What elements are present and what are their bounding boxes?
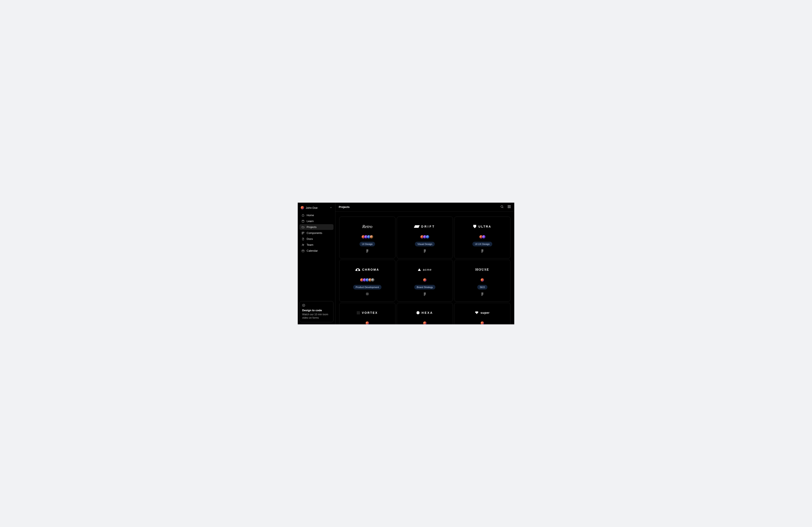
team-icon bbox=[302, 243, 304, 246]
member-avatars bbox=[480, 321, 484, 325]
project-card-super[interactable]: super bbox=[454, 303, 510, 325]
projects-grid: Retro UI Design DRIFT Visual Design ULTR… bbox=[339, 216, 510, 325]
project-card-acme[interactable]: acme Brand Strategy bbox=[397, 260, 453, 302]
projects-grid-wrap: Retro UI Design DRIFT Visual Design ULTR… bbox=[335, 212, 514, 325]
sidebar-item-home[interactable]: Home bbox=[300, 212, 333, 218]
svg-point-28 bbox=[425, 251, 426, 252]
project-logo: VORTEX bbox=[342, 306, 393, 319]
project-tag: UI Design bbox=[360, 242, 375, 246]
project-logo: CHROMA bbox=[342, 263, 393, 276]
svg-rect-18 bbox=[508, 207, 509, 208]
svg-marker-13 bbox=[303, 305, 304, 306]
member-avatar bbox=[480, 278, 484, 282]
home-icon bbox=[302, 214, 304, 217]
sidebar-item-label: Learn bbox=[307, 220, 314, 223]
main: Projects Retro UI Design bbox=[335, 202, 514, 325]
book-icon bbox=[302, 220, 304, 223]
member-avatars bbox=[479, 235, 486, 239]
sidebar-item-projects[interactable]: Projects bbox=[300, 224, 333, 230]
svg-point-48 bbox=[482, 294, 483, 295]
project-name: HOUSE bbox=[475, 268, 489, 272]
sidebar-item-learn[interactable]: Learn bbox=[300, 218, 333, 224]
calendar-icon bbox=[302, 249, 304, 252]
project-logo: HOUSE bbox=[457, 263, 508, 276]
project-card-vortex[interactable]: VORTEX bbox=[339, 303, 395, 325]
sidebar-item-calendar[interactable]: Calendar bbox=[300, 248, 333, 254]
svg-point-49 bbox=[481, 295, 482, 296]
grid-icon bbox=[508, 205, 511, 208]
project-card-ultra[interactable]: ULTRA UI UX Design bbox=[454, 216, 510, 258]
project-logo: Retro bbox=[342, 220, 393, 233]
user-menu[interactable]: John Doe bbox=[300, 205, 333, 212]
folder-icon bbox=[302, 226, 304, 229]
chevron-down-icon bbox=[330, 206, 332, 209]
promo-card[interactable]: Design to code Watch our 10 min loom vid… bbox=[300, 301, 333, 322]
search-icon bbox=[500, 205, 504, 208]
svg-rect-17 bbox=[509, 206, 510, 207]
search-button[interactable] bbox=[500, 205, 504, 209]
project-logo: DRIFT bbox=[400, 220, 450, 233]
hexa-logo-mark bbox=[417, 311, 420, 314]
svg-rect-2 bbox=[302, 232, 303, 233]
svg-point-34 bbox=[481, 252, 482, 253]
figma-icon bbox=[481, 292, 483, 296]
sidebar-item-components[interactable]: Components bbox=[300, 230, 333, 236]
project-card-retro[interactable]: Retro UI Design bbox=[339, 216, 395, 258]
project-card-house[interactable]: HOUSE SEO bbox=[454, 260, 510, 302]
member-avatars bbox=[361, 235, 374, 239]
project-tag: Product Development bbox=[353, 285, 382, 289]
svg-point-43 bbox=[425, 294, 426, 295]
user-name: John Doe bbox=[306, 206, 328, 209]
project-card-drift[interactable]: DRIFT Visual Design bbox=[397, 216, 453, 258]
sidebar-item-label: Docs bbox=[307, 237, 313, 240]
components-icon bbox=[302, 231, 304, 235]
sidebar: John Doe Home Learn Projects Components … bbox=[298, 202, 335, 325]
project-name: ULTRA bbox=[478, 225, 491, 228]
project-name: acme bbox=[423, 268, 432, 271]
member-avatar bbox=[426, 235, 430, 239]
promo-description: Watch our 10 min loom video on forms bbox=[302, 313, 331, 319]
header: Projects bbox=[335, 202, 514, 212]
project-tag: SEO bbox=[477, 285, 488, 289]
svg-rect-19 bbox=[509, 207, 510, 208]
project-card-chroma[interactable]: CHROMA Product Development bbox=[339, 260, 395, 302]
promo-title: Design to code bbox=[302, 309, 331, 312]
svg-rect-35 bbox=[366, 293, 368, 295]
member-avatars bbox=[420, 235, 430, 239]
sidebar-item-docs[interactable]: Docs bbox=[300, 236, 333, 242]
member-avatar bbox=[365, 321, 369, 325]
svg-rect-16 bbox=[508, 206, 509, 207]
sidebar-item-label: Components bbox=[307, 231, 322, 235]
member-avatars bbox=[480, 278, 484, 282]
project-name: DRIFT bbox=[421, 225, 435, 228]
svg-point-24 bbox=[366, 252, 367, 253]
svg-rect-0 bbox=[302, 220, 304, 222]
sheet-icon bbox=[366, 292, 369, 296]
ultra-logo-mark bbox=[473, 225, 476, 228]
page-title: Projects bbox=[339, 206, 350, 209]
project-name: super bbox=[480, 311, 490, 314]
sidebar-nav: Home Learn Projects Components Docs Team… bbox=[300, 212, 333, 254]
chroma-logo-mark bbox=[356, 268, 360, 271]
project-logo: acme bbox=[400, 263, 450, 276]
project-name: CHROMA bbox=[362, 268, 379, 271]
project-name: HEXA bbox=[422, 311, 433, 314]
doc-icon bbox=[302, 238, 304, 240]
figma-icon bbox=[423, 249, 426, 253]
sidebar-item-label: Team bbox=[307, 243, 314, 246]
project-tag: Brand Strategy bbox=[414, 285, 436, 289]
svg-point-14 bbox=[501, 206, 503, 208]
project-tag: Visual Design bbox=[415, 242, 435, 246]
member-avatar bbox=[423, 321, 427, 325]
drift-logo-mark bbox=[414, 225, 420, 228]
figma-icon bbox=[481, 249, 483, 253]
sidebar-item-team[interactable]: Team bbox=[300, 242, 333, 248]
layout-grid-button[interactable] bbox=[508, 205, 511, 209]
svg-point-23 bbox=[367, 251, 368, 252]
super-logo-mark bbox=[475, 312, 478, 314]
sidebar-item-label: Home bbox=[307, 214, 314, 217]
project-name: Retro bbox=[362, 224, 372, 229]
svg-point-29 bbox=[424, 252, 425, 253]
acme-logo-mark bbox=[418, 268, 421, 271]
project-card-hexa[interactable]: HEXA bbox=[397, 303, 453, 325]
